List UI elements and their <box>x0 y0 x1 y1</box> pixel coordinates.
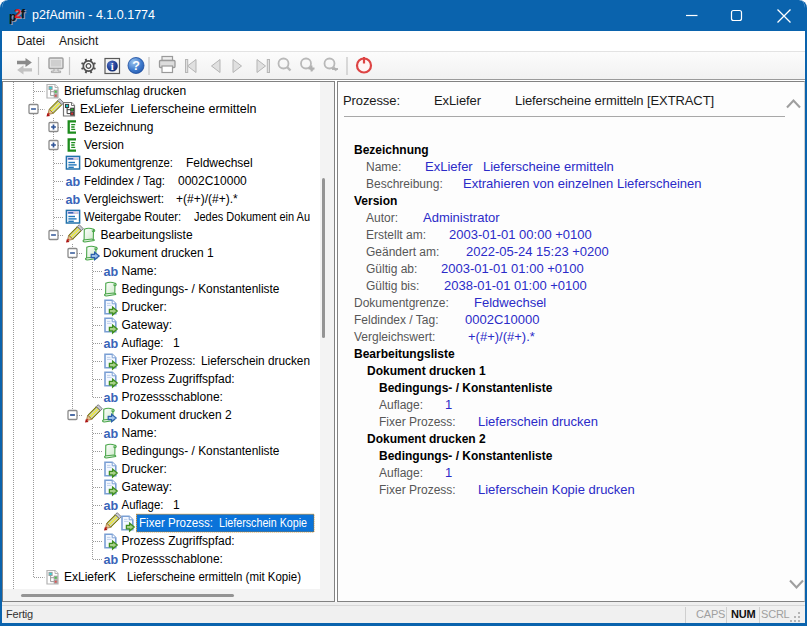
svg-text:Dokumentgrenze:: Dokumentgrenze: <box>84 156 173 170</box>
svg-text:Lieferscheine ermitteln (mit K: Lieferscheine ermitteln (mit Kopie) <box>127 570 301 584</box>
svg-text:Bedingungs- / Konstantenliste: Bedingungs- / Konstantenliste <box>122 444 280 458</box>
svg-text:i: i <box>111 61 114 72</box>
svg-text:Dokument drucken 2: Dokument drucken 2 <box>121 408 232 422</box>
svg-text:Fixer Prozess:: Fixer Prozess: <box>122 354 196 368</box>
svg-text:Bedingungs- / Konstantenliste: Bedingungs- / Konstantenliste <box>122 282 280 296</box>
svg-text:ExLiefer: ExLiefer <box>80 102 124 116</box>
svg-text:Prozessschablone:: Prozessschablone: <box>122 390 223 404</box>
svg-text:Feldindex / Tag:: Feldindex / Tag: <box>84 174 165 188</box>
svg-text:Gateway:: Gateway: <box>122 480 173 494</box>
svg-text:Prozessschablone:: Prozessschablone: <box>122 552 223 566</box>
svg-text:Briefumschlag drucken: Briefumschlag drucken <box>64 84 186 98</box>
svg-text:Lieferscheine ermitteln: Lieferscheine ermitteln <box>131 102 257 116</box>
svg-text:Bezeichnung: Bezeichnung <box>84 120 153 134</box>
svg-text:ExLieferK: ExLieferK <box>64 570 116 584</box>
svg-text:0002C10000: 0002C10000 <box>178 174 247 188</box>
svg-text:Vergleichswert:: Vergleichswert: <box>84 192 164 206</box>
svg-text:Drucker:: Drucker: <box>122 462 167 476</box>
svg-text:Prozess Zugriffspfad:: Prozess Zugriffspfad: <box>122 534 235 548</box>
svg-text:Feldwechsel: Feldwechsel <box>186 156 253 170</box>
svg-text:?: ? <box>132 59 140 73</box>
svg-text:Fixer Prozess:: Fixer Prozess: <box>139 516 213 530</box>
svg-text:Auflage:: Auflage: <box>122 336 164 350</box>
svg-text:1: 1 <box>173 498 180 512</box>
svg-text:Version: Version <box>84 138 124 152</box>
svg-text:Dokument drucken 1: Dokument drucken 1 <box>103 246 214 260</box>
svg-text:Gateway:: Gateway: <box>122 318 173 332</box>
svg-text:+(#+)/(#+).*: +(#+)/(#+).* <box>176 192 238 206</box>
svg-text:Weitergabe Router:: Weitergabe Router: <box>84 210 181 224</box>
svg-text:Drucker:: Drucker: <box>122 300 167 314</box>
svg-text:Bearbeitungsliste: Bearbeitungsliste <box>101 228 193 242</box>
svg-text:Prozess Zugriffspfad:: Prozess Zugriffspfad: <box>122 372 235 386</box>
svg-text:Auflage:: Auflage: <box>122 498 164 512</box>
svg-text:Lieferschein Kopie: Lieferschein Kopie <box>219 516 307 530</box>
svg-text:Lieferschein drucken: Lieferschein drucken <box>201 354 310 368</box>
svg-text:1: 1 <box>173 336 180 350</box>
svg-text:Name:: Name: <box>122 426 157 440</box>
svg-text:Name:: Name: <box>122 264 157 278</box>
svg-text:Jedes Dokument ein Au: Jedes Dokument ein Au <box>194 210 310 224</box>
